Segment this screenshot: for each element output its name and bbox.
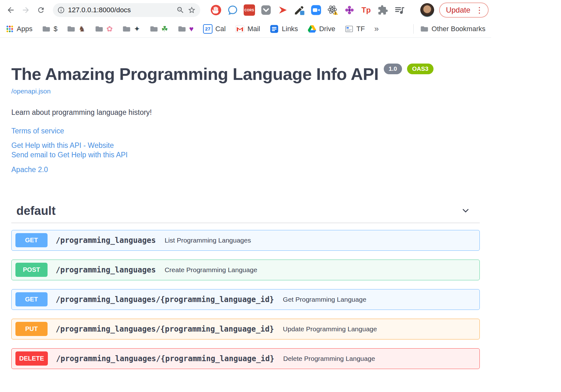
bookmark-star-icon[interactable] — [188, 6, 196, 14]
bookmark-tf[interactable]: TF — [345, 25, 365, 33]
bookmark-label: TF — [356, 25, 365, 33]
endpoint-row-update-language[interactable]: PUT /programming_languages/{programming_… — [11, 319, 480, 339]
tag-section-header[interactable]: default — [11, 204, 480, 223]
bookmark-folder-herb[interactable]: ☘ — [150, 25, 168, 33]
bookmark-folder-graduation[interactable]: ✦ — [122, 25, 140, 33]
bookmark-label: Cal — [215, 25, 226, 33]
page-title-row: The Amazing Programming Language Info AP… — [11, 64, 480, 84]
endpoint-path: /programming_languages — [56, 266, 156, 274]
method-badge: GET — [15, 233, 48, 247]
chat-bubble-extension-icon[interactable] — [226, 4, 239, 16]
bookmark-label: Mail — [247, 25, 260, 33]
gmail-icon — [235, 24, 245, 34]
bookmark-mail[interactable]: Mail — [235, 24, 260, 34]
tag-section-default: default GET /programming_languages List … — [11, 204, 480, 369]
folder-icon — [122, 25, 131, 33]
help-email-link[interactable]: Send email to Get Help with this API — [11, 150, 480, 160]
endpoint-row-create-language[interactable]: POST /programming_languages Create Progr… — [11, 260, 480, 280]
api-docs-page: The Amazing Programming Language Info AP… — [0, 64, 491, 369]
forward-arrow-icon — [21, 6, 30, 14]
folder-icon — [420, 25, 429, 33]
openapi-spec-link[interactable]: /openapi.json — [11, 87, 51, 95]
menu-dots-icon: ⋮ — [473, 6, 485, 14]
horse-emoji-icon: ♞ — [78, 25, 85, 33]
forward-button[interactable] — [18, 3, 33, 18]
info-links: Terms of service Get Help with this API … — [11, 127, 480, 174]
chevron-down-icon[interactable] — [460, 205, 471, 216]
purple-flower-extension-icon[interactable] — [343, 4, 356, 16]
method-badge: POST — [15, 263, 48, 277]
back-button[interactable] — [3, 3, 18, 18]
method-badge: DELETE — [15, 351, 48, 366]
folder-icon — [178, 25, 186, 33]
update-label: Update — [446, 6, 470, 14]
document-icon — [345, 25, 354, 33]
browser-toolbar: 127.0.0.1:8000/docs CORS — [0, 0, 491, 20]
bookmark-label: $ — [54, 25, 57, 33]
herb-emoji-icon: ☘ — [161, 25, 168, 33]
endpoint-summary: List Programming Languages — [165, 237, 251, 244]
cors-label: CORS — [244, 4, 255, 16]
brain-emoji-icon: ✿ — [106, 25, 113, 33]
bookmark-drive[interactable]: Drive — [308, 25, 335, 33]
apps-grid-icon — [6, 25, 14, 33]
terms-of-service-link[interactable]: Terms of service — [11, 127, 480, 135]
folder-icon — [67, 25, 76, 33]
endpoint-row-list-languages[interactable]: GET /programming_languages List Programm… — [11, 230, 480, 251]
bookmarks-bar: Apps $ ♞ ✿ ✦ ☘ ♥ 27 Cal — [0, 20, 491, 38]
url-text: 127.0.0.1:8000/docs — [68, 6, 173, 14]
bookmark-label: Other Bookmarks — [432, 25, 485, 33]
bookmark-label: Drive — [319, 25, 335, 33]
bookmark-label: Apps — [17, 25, 32, 33]
page-title: The Amazing Programming Language Info AP… — [11, 64, 379, 84]
endpoint-path: /programming_languages — [56, 236, 156, 245]
bookmark-folder-brain[interactable]: ✿ — [95, 25, 113, 33]
extensions-row: CORS Tp — [210, 4, 406, 16]
help-website-link[interactable]: Get Help with this API - Website — [11, 141, 480, 150]
method-badge: PUT — [15, 322, 48, 336]
calendar-icon: 27 — [203, 24, 212, 34]
endpoint-summary: Delete Programming Language — [283, 355, 375, 362]
tp-extension-icon[interactable]: Tp — [360, 4, 372, 16]
drive-icon — [308, 25, 316, 33]
api-description: Learn about programming language history… — [11, 108, 480, 117]
color-picker-extension-icon[interactable] — [293, 4, 306, 16]
bookmark-links[interactable]: Links — [269, 24, 298, 34]
red-arrow-extension-icon[interactable] — [276, 4, 289, 16]
help-links-group: Get Help with this API - Website Send em… — [11, 141, 480, 160]
extensions-puzzle-icon[interactable] — [377, 4, 389, 16]
browser-menu-update-button[interactable]: Update ⋮ — [439, 3, 489, 18]
pocket-extension-icon[interactable] — [260, 4, 272, 16]
bookmark-folder-horse[interactable]: ♞ — [67, 25, 85, 33]
bookmark-calendar[interactable]: 27 Cal — [203, 24, 226, 34]
address-bar[interactable]: 127.0.0.1:8000/docs — [53, 3, 200, 17]
links-icon — [269, 24, 279, 34]
bookmark-folder-heart[interactable]: ♥ — [178, 25, 194, 33]
profile-avatar[interactable] — [420, 3, 434, 17]
oas3-badge: OAS3 — [407, 64, 434, 74]
bookmark-apps[interactable]: Apps — [6, 25, 32, 33]
bookmark-folder-dollar[interactable]: $ — [42, 25, 57, 33]
reload-button[interactable] — [33, 3, 48, 18]
endpoint-path: /programming_languages/{programming_lang… — [56, 295, 274, 304]
folder-icon — [150, 25, 158, 33]
endpoint-summary: Create Programming Language — [165, 266, 257, 274]
cors-extension-icon[interactable]: CORS — [243, 4, 256, 16]
video-call-extension-icon[interactable] — [310, 4, 322, 16]
bookmarks-divider — [413, 24, 414, 34]
back-arrow-icon — [6, 6, 15, 14]
license-link[interactable]: Apache 2.0 — [11, 165, 480, 174]
playlist-music-extension-icon[interactable] — [393, 4, 406, 16]
endpoint-path: /programming_languages/{programming_lang… — [56, 325, 274, 333]
endpoint-row-delete-language[interactable]: DELETE /programming_languages/{programmi… — [11, 348, 480, 369]
tag-title: default — [16, 204, 56, 218]
stop-hand-extension-icon[interactable] — [210, 4, 222, 16]
zoom-out-icon[interactable] — [176, 6, 184, 14]
site-info-icon[interactable] — [57, 6, 65, 14]
endpoint-row-get-language[interactable]: GET /programming_languages/{programming_… — [11, 289, 480, 310]
browser-window: 127.0.0.1:8000/docs CORS — [0, 0, 491, 369]
bookmarks-overflow-chevron[interactable]: » — [374, 24, 379, 34]
other-bookmarks[interactable]: Other Bookmarks — [420, 25, 485, 33]
purple-heart-emoji-icon: ♥ — [189, 25, 194, 33]
atom-warning-extension-icon[interactable] — [326, 4, 339, 16]
